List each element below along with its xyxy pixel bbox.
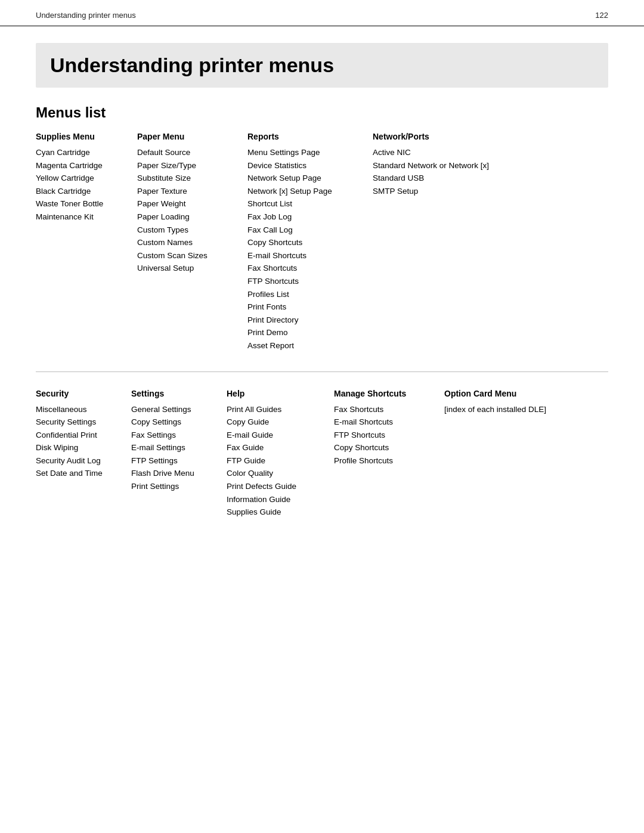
list-item: Custom Scan Sizes (137, 249, 236, 262)
col-manage: Manage Shortcuts Fax ShortcutsE-mail Sho… (334, 389, 444, 519)
page-header: Understanding printer menus 122 (0, 0, 644, 26)
top-row: Supplies Menu Cyan CartridgeMagenta Cart… (36, 132, 608, 352)
list-item: FTP Settings (131, 454, 215, 467)
col-security: Security MiscellaneousSecurity SettingsC… (36, 389, 131, 519)
manage-header: Manage Shortcuts (334, 389, 432, 398)
list-item: Fax Job Log (247, 210, 361, 224)
list-item: Paper Loading (137, 210, 236, 224)
list-item: Cyan Cartridge (36, 146, 125, 159)
list-item: E-mail Guide (227, 429, 322, 442)
menus-grid-bottom: Security MiscellaneousSecurity SettingsC… (36, 389, 608, 519)
list-item: Maintenance Kit (36, 210, 125, 224)
list-item: Print Directory (247, 314, 361, 327)
list-item: Supplies Guide (227, 506, 322, 519)
list-item: Yellow Cartridge (36, 172, 125, 185)
list-item: Security Audit Log (36, 454, 119, 467)
list-item: Fax Guide (227, 441, 322, 454)
list-item: Information Guide (227, 493, 322, 506)
list-item: Standard Network or Network [x] (373, 159, 596, 172)
list-item: Fax Shortcuts (247, 262, 361, 275)
list-item: Paper Texture (137, 185, 236, 198)
list-item: Disk Wiping (36, 441, 119, 454)
list-item: Shortcut List (247, 197, 361, 210)
list-item: FTP Shortcuts (334, 429, 432, 442)
list-item: [index of each installed DLE] (444, 403, 596, 416)
list-item: Print Defects Guide (227, 480, 322, 493)
list-item: E-mail Shortcuts (334, 416, 432, 429)
option-header: Option Card Menu (444, 389, 596, 398)
settings-items: General SettingsCopy SettingsFax Setting… (131, 403, 215, 493)
list-item: Fax Settings (131, 429, 215, 442)
list-item: Menu Settings Page (247, 146, 361, 159)
list-item: Active NIC (373, 146, 596, 159)
col-paper: Paper Menu Default SourcePaper Size/Type… (137, 132, 247, 352)
list-item: FTP Shortcuts (247, 275, 361, 288)
col-reports: Reports Menu Settings PageDevice Statist… (247, 132, 373, 352)
list-item: Security Settings (36, 416, 119, 429)
list-item: Print Settings (131, 480, 215, 493)
paper-items: Default SourcePaper Size/TypeSubstitute … (137, 146, 236, 275)
settings-header: Settings (131, 389, 215, 398)
section-title: Menus list (36, 104, 608, 121)
list-item: Standard USB (373, 172, 596, 185)
main-title-box: Understanding printer menus (36, 43, 608, 88)
help-header: Help (227, 389, 322, 398)
col-option: Option Card Menu [index of each installe… (444, 389, 608, 519)
list-item: Copy Shortcuts (334, 441, 432, 454)
list-item: E-mail Shortcuts (247, 249, 361, 262)
list-item: Profiles List (247, 288, 361, 301)
list-item: Copy Settings (131, 416, 215, 429)
col-network: Network/Ports Active NICStandard Network… (373, 132, 608, 352)
divider (36, 371, 608, 372)
list-item: Device Statistics (247, 159, 361, 172)
list-item: Copy Guide (227, 416, 322, 429)
list-item: Copy Shortcuts (247, 236, 361, 249)
list-item: Asset Report (247, 339, 361, 352)
manage-items: Fax ShortcutsE-mail ShortcutsFTP Shortcu… (334, 403, 432, 467)
col-supplies: Supplies Menu Cyan CartridgeMagenta Cart… (36, 132, 137, 352)
list-item: Black Cartridge (36, 185, 125, 198)
list-item: Flash Drive Menu (131, 467, 215, 480)
supplies-header: Supplies Menu (36, 132, 125, 141)
list-item: Confidential Print (36, 429, 119, 442)
main-title: Understanding printer menus (50, 54, 594, 77)
list-item: SMTP Setup (373, 185, 596, 198)
option-items: [index of each installed DLE] (444, 403, 596, 416)
reports-items: Menu Settings PageDevice StatisticsNetwo… (247, 146, 361, 352)
list-item: E-mail Settings (131, 441, 215, 454)
list-item: Network [x] Setup Page (247, 185, 361, 198)
menus-grid: Supplies Menu Cyan CartridgeMagenta Cart… (36, 132, 608, 352)
list-item: Print Demo (247, 326, 361, 339)
list-item: Fax Shortcuts (334, 403, 432, 416)
list-item: Print Fonts (247, 301, 361, 314)
list-item: Paper Weight (137, 197, 236, 210)
list-item: Custom Names (137, 236, 236, 249)
list-item: Network Setup Page (247, 172, 361, 185)
list-item: General Settings (131, 403, 215, 416)
list-item: Fax Call Log (247, 224, 361, 237)
reports-header: Reports (247, 132, 361, 141)
header-text: Understanding printer menus (36, 11, 136, 20)
paper-header: Paper Menu (137, 132, 236, 141)
list-item: Color Quality (227, 467, 322, 480)
network-header: Network/Ports (373, 132, 596, 141)
list-item: Print All Guides (227, 403, 322, 416)
list-item: Miscellaneous (36, 403, 119, 416)
list-item: Default Source (137, 146, 236, 159)
network-items: Active NICStandard Network or Network [x… (373, 146, 596, 197)
help-items: Print All GuidesCopy GuideE-mail GuideFa… (227, 403, 322, 519)
list-item: Universal Setup (137, 262, 236, 275)
security-items: MiscellaneousSecurity SettingsConfidenti… (36, 403, 119, 481)
list-item: Magenta Cartridge (36, 159, 125, 172)
list-item: Paper Size/Type (137, 159, 236, 172)
col-settings: Settings General SettingsCopy SettingsFa… (131, 389, 227, 519)
list-item: Waste Toner Bottle (36, 197, 125, 210)
supplies-items: Cyan CartridgeMagenta CartridgeYellow Ca… (36, 146, 125, 224)
col-help: Help Print All GuidesCopy GuideE-mail Gu… (227, 389, 334, 519)
list-item: Substitute Size (137, 172, 236, 185)
list-item: FTP Guide (227, 454, 322, 467)
list-item: Profile Shortcuts (334, 454, 432, 467)
bottom-row: Security MiscellaneousSecurity SettingsC… (36, 389, 608, 519)
list-item: Custom Types (137, 224, 236, 237)
page-number: 122 (595, 11, 608, 20)
